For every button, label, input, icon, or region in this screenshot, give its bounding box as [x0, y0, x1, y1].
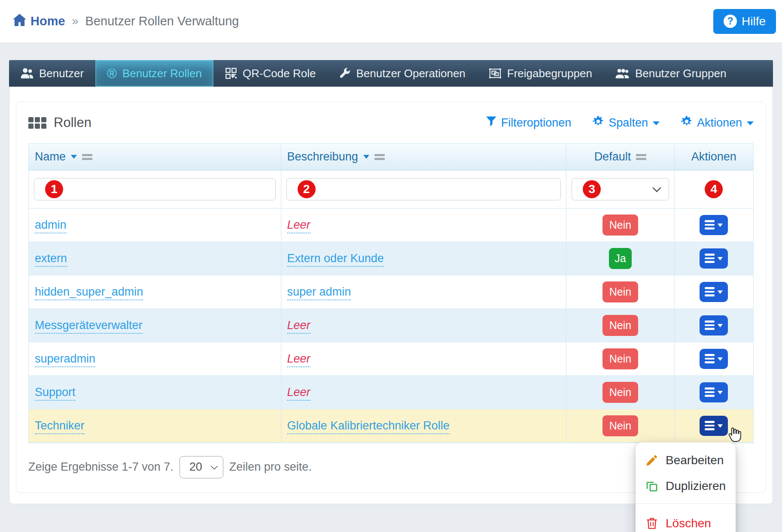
role-description[interactable]: Leer	[287, 386, 310, 401]
breadcrumb-home-label: Home	[30, 14, 65, 28]
annotation-badge-4: 4	[705, 180, 723, 198]
list-icon	[705, 220, 715, 230]
users-group-icon	[615, 68, 630, 79]
sort-caret-icon[interactable]	[363, 155, 369, 159]
page-title: Benutzer Rollen Verwaltung	[85, 14, 239, 28]
gear-icon	[681, 116, 692, 130]
tab-label: Benutzer	[39, 67, 84, 80]
row-actions-button[interactable]	[700, 248, 728, 269]
page-size-value: 20	[189, 460, 202, 474]
role-name-link[interactable]: extern	[35, 252, 67, 267]
tab-benutzer-operationen[interactable]: Benutzer Operationen	[327, 60, 477, 87]
tab-freigabegruppen[interactable]: Freigabegruppen	[477, 60, 604, 87]
column-header-beschreibung[interactable]: Beschreibung	[281, 144, 566, 170]
default-badge: Nein	[602, 348, 638, 369]
default-badge: Ja	[609, 248, 631, 269]
home-icon	[13, 14, 26, 29]
role-name-link[interactable]: admin	[35, 218, 67, 233]
registered-icon: ®	[107, 67, 117, 80]
wrench-icon	[339, 68, 350, 79]
grid-icon	[28, 117, 46, 129]
column-label: Aktionen	[691, 150, 736, 163]
actions-button[interactable]: Aktionen	[681, 116, 754, 130]
role-name-link[interactable]: superadmin	[35, 352, 95, 367]
tab-qr-code-role[interactable]: QR-Code Role	[213, 60, 328, 87]
table-row: Support Leer Nein	[29, 375, 753, 409]
chevron-down-icon	[718, 424, 723, 428]
row-actions-button[interactable]	[700, 382, 728, 402]
menu-item-l-schen[interactable]: Löschen	[636, 511, 736, 532]
breadcrumb-separator: »	[72, 15, 79, 28]
filter-options-button[interactable]: Filteroptionen	[486, 116, 572, 130]
name-filter-input[interactable]	[34, 178, 276, 200]
breadcrumb-home-link[interactable]: Home	[13, 14, 65, 29]
role-description[interactable]: Globale Kalibriertechniker Rolle	[287, 419, 450, 434]
role-description[interactable]: super admin	[287, 285, 351, 300]
panel-title-label: Rollen	[54, 115, 91, 130]
copy-icon	[646, 480, 658, 492]
column-label: Default	[594, 150, 631, 163]
column-menu-icon[interactable]	[636, 154, 646, 160]
chevron-down-icon	[652, 183, 661, 192]
gear-icon	[593, 116, 604, 130]
default-filter-select[interactable]	[572, 178, 669, 200]
role-description[interactable]: Leer	[287, 218, 310, 233]
beschreibung-filter-input[interactable]	[286, 178, 561, 200]
filter-icon	[486, 116, 496, 130]
menu-item-bearbeiten[interactable]: Bearbeiten	[636, 447, 736, 473]
role-name-link[interactable]: Techniker	[35, 419, 85, 434]
table-row: Techniker Globale Kalibriertechniker Rol…	[29, 409, 753, 442]
column-menu-icon[interactable]	[82, 154, 92, 160]
role-description[interactable]: Leer	[287, 319, 310, 334]
table-row: Messgeräteverwalter Leer Nein	[29, 308, 753, 342]
row-actions-button[interactable]	[700, 416, 728, 436]
question-circle-icon: ?	[724, 15, 737, 28]
menu-item-label: Bearbeiten	[666, 453, 724, 467]
default-badge: Nein	[602, 215, 638, 236]
row-actions-menu: Bearbeiten Duplizieren Löschen	[636, 442, 736, 532]
sort-caret-icon[interactable]	[71, 155, 77, 159]
tab-label: QR-Code Role	[243, 67, 316, 80]
table-row: hidden_super_admin super admin Nein	[29, 275, 753, 308]
columns-button[interactable]: Spalten	[593, 116, 660, 130]
row-actions-button[interactable]	[700, 315, 728, 336]
menu-divider	[636, 503, 736, 504]
default-badge: Nein	[602, 281, 638, 302]
tab-benutzer-rollen[interactable]: ® Benutzer Rollen	[95, 60, 213, 87]
row-actions-button[interactable]	[700, 282, 728, 302]
menu-item-label: Duplizieren	[666, 479, 726, 493]
row-actions-button[interactable]	[700, 349, 728, 369]
list-icon	[705, 287, 715, 296]
chevron-down-icon	[718, 357, 723, 361]
chevron-down-icon	[747, 121, 754, 125]
chevron-down-icon	[210, 462, 218, 470]
list-icon	[705, 254, 715, 263]
role-name-link[interactable]: Support	[35, 386, 76, 401]
tab-benutzer-gruppen[interactable]: Benutzer Gruppen	[604, 60, 738, 87]
role-name-link[interactable]: hidden_super_admin	[35, 285, 143, 300]
roles-table: Name Beschreibung	[28, 143, 754, 443]
page-size-select[interactable]: 20	[180, 456, 223, 478]
list-icon	[705, 421, 715, 430]
tab-benutzer[interactable]: Benutzer	[9, 60, 95, 87]
list-icon	[705, 387, 715, 397]
object-group-icon	[489, 68, 502, 79]
help-button-label: Hilfe	[742, 15, 766, 28]
row-actions-button[interactable]	[700, 215, 728, 235]
column-header-aktionen: Aktionen	[674, 144, 753, 170]
breadcrumb: Home » Benutzer Rollen Verwaltung	[13, 14, 239, 29]
content-card: Rollen Filteroptionen Spalten	[9, 87, 773, 504]
table-body: admin Leer Nein extern Extern oder Kunde…	[29, 208, 753, 442]
role-name-link[interactable]: Messgeräteverwalter	[35, 319, 143, 334]
role-description[interactable]: Extern oder Kunde	[287, 252, 384, 267]
role-description[interactable]: Leer	[287, 352, 310, 367]
menu-item-duplizieren[interactable]: Duplizieren	[636, 473, 736, 499]
tab-label: Freigabegruppen	[507, 67, 592, 80]
column-menu-icon[interactable]	[374, 154, 385, 160]
column-header-name[interactable]: Name	[29, 144, 281, 170]
help-button[interactable]: ? Hilfe	[713, 9, 776, 34]
top-bar: Home » Benutzer Rollen Verwaltung ? Hilf…	[0, 0, 782, 43]
column-header-default[interactable]: Default	[566, 144, 674, 170]
qr-code-icon	[225, 67, 237, 79]
chevron-down-icon	[718, 224, 723, 227]
